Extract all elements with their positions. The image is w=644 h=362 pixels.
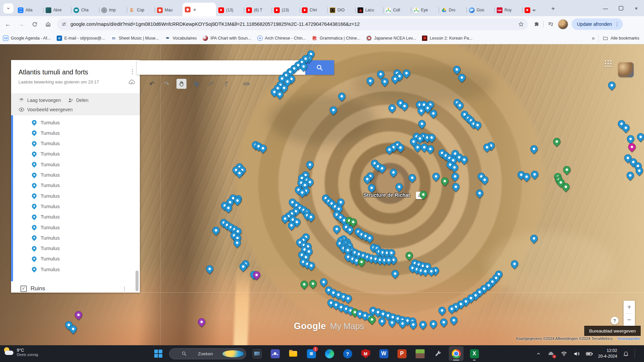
tab[interactable]: DIO [327, 4, 355, 16]
tab[interactable]: Mau [155, 4, 182, 16]
media-queue-icon[interactable] [547, 20, 554, 28]
tab[interactable]: Goo [467, 4, 494, 16]
redo-button[interactable]: ↷ [162, 79, 172, 89]
layer-item-tumulus[interactable]: Tumulus [32, 160, 60, 169]
word-taskbar-icon[interactable]: W [376, 346, 391, 361]
bookmark-item[interactable]: AArch Chinese - Chin... [254, 34, 309, 43]
tab-close-icon[interactable]: × [193, 7, 197, 12]
bookmark-item[interactable]: oE-mail - stijnjosse@... [54, 34, 108, 43]
map-canvas[interactable]: Structure de Richat Google My Maps + − ?… [0, 44, 644, 345]
map-pin[interactable] [305, 160, 315, 170]
map-pin[interactable] [428, 319, 438, 329]
site-settings-icon[interactable] [60, 20, 68, 28]
layer-item-tumulus[interactable]: Tumulus [32, 118, 60, 127]
map-pin[interactable] [627, 142, 637, 152]
tab[interactable]: (13) [216, 4, 244, 16]
profile-avatar[interactable] [558, 19, 568, 29]
layer-item-tumulus[interactable]: Tumulus [32, 233, 60, 242]
taskbar-search[interactable]: Zoeken [169, 348, 246, 359]
store-taskbar-icon[interactable]: ⊞1 [304, 346, 319, 361]
map-pin[interactable] [529, 169, 540, 180]
map-pin[interactable] [299, 279, 309, 290]
excel-taskbar-icon[interactable]: X [467, 346, 482, 361]
close-button[interactable]: × [629, 0, 644, 16]
tab[interactable]: Lacu [355, 4, 383, 16]
zoom-out-button[interactable]: − [624, 314, 635, 326]
tab[interactable]: (13) [272, 4, 300, 16]
extensions-icon[interactable] [533, 20, 540, 28]
layer-item-tumulus[interactable]: Tumulus [32, 149, 60, 158]
layer-item-tumulus[interactable]: Tumulus [32, 128, 60, 137]
url-text[interactable]: google.com/maps/d/edit?mid=1gm0810d6Wnfc… [70, 21, 515, 27]
bookmark-item[interactable]: 13Google Agenda - Af... [0, 34, 54, 43]
battery-icon[interactable] [585, 350, 593, 358]
pan-tool-button[interactable] [176, 79, 186, 89]
bookmark-item[interactable]: 教Grammatica | Chine... [309, 34, 363, 43]
map-pin[interactable] [529, 144, 539, 154]
map-pin[interactable] [606, 80, 617, 90]
teams-taskbar-icon[interactable] [268, 346, 282, 361]
map-pin[interactable] [625, 134, 636, 144]
tab[interactable]: Atla [15, 4, 43, 16]
tab-active[interactable]: × [182, 3, 216, 16]
bookmarks-overflow-button[interactable]: » [588, 35, 598, 42]
browser-menu-icon[interactable]: ⋮ [614, 21, 620, 27]
map-pin[interactable] [73, 310, 84, 320]
map-pin[interactable] [551, 136, 562, 147]
home-button[interactable] [42, 18, 54, 30]
show-desktop-button[interactable] [640, 345, 641, 362]
layer-item-tumulus[interactable]: Tumulus [32, 265, 60, 274]
map-pin[interactable] [318, 277, 329, 287]
bookmark-item[interactable]: IPA Chart with Soun... [200, 34, 254, 43]
panel-scrollbar[interactable] [136, 270, 139, 291]
tab[interactable]: Chri [300, 4, 327, 16]
tab[interactable]: Cha [71, 4, 99, 16]
help-button[interactable]: ? [611, 317, 619, 324]
layer-row-ruins[interactable]: ✓ Ruins ⋮ [20, 285, 135, 292]
map-pin[interactable] [366, 183, 377, 193]
map-pin[interactable] [331, 224, 342, 234]
layer-item-tumulus[interactable]: Tumulus [32, 181, 60, 190]
reload-button[interactable] [29, 18, 40, 30]
panel-menu-icon[interactable]: ⋮ [129, 68, 135, 75]
tray-overflow-chevron-icon[interactable] [534, 350, 542, 358]
tab[interactable]: Imp [99, 4, 127, 16]
bookmark-item[interactable]: ✒Vocabulaires [162, 34, 200, 43]
notifications-bell-icon[interactable] [622, 350, 630, 358]
bookmark-item[interactable]: Lesson 2: Korean Pa... [419, 34, 475, 43]
tab[interactable]: Akre [43, 4, 71, 16]
map-pin[interactable] [438, 317, 449, 327]
layer-item-tumulus[interactable]: Tumulus [32, 171, 60, 179]
taskbar-clock[interactable]: 12:02 20-4-2024 [598, 348, 617, 359]
forward-button[interactable]: → [15, 18, 27, 30]
zoom-in-button[interactable]: + [624, 301, 635, 313]
map-pin[interactable] [474, 188, 485, 198]
edge-taskbar-icon[interactable] [322, 346, 337, 361]
tab[interactable]: Eye [411, 4, 439, 16]
map-pin[interactable] [418, 319, 428, 330]
chrome-taskbar-icon[interactable] [449, 346, 464, 361]
bookmark-item[interactable]: mSheet Music | Muse... [108, 34, 162, 43]
map-pin[interactable] [431, 171, 441, 182]
map-pin[interactable] [417, 119, 427, 129]
map-pin[interactable] [448, 315, 459, 325]
wifi-icon[interactable] [560, 350, 568, 358]
map-pin[interactable] [407, 173, 417, 183]
map-pin[interactable] [625, 170, 635, 181]
new-tab-button[interactable]: + [548, 4, 558, 13]
onedrive-icon[interactable]: × [547, 350, 555, 358]
layer-item-tumulus[interactable]: Tumulus [32, 244, 60, 253]
map-search-button[interactable] [305, 60, 334, 75]
share-button[interactable]: Delen [67, 97, 89, 103]
undo-button[interactable]: ↶ [147, 79, 157, 89]
tab[interactable]: Dro [439, 4, 467, 16]
back-button[interactable]: ← [2, 18, 13, 30]
map-pin[interactable] [390, 268, 400, 279]
tab[interactable]: ECop [127, 4, 155, 16]
bookmark-item[interactable]: Japanese NCEA Lev... [363, 34, 419, 43]
terms-link[interactable]: Voorwaarden [617, 337, 640, 341]
add-directions-button[interactable] [221, 79, 231, 89]
map-pin[interactable] [561, 165, 572, 175]
map-pin[interactable] [450, 182, 461, 192]
tool-taskbar-icon[interactable] [431, 346, 445, 361]
